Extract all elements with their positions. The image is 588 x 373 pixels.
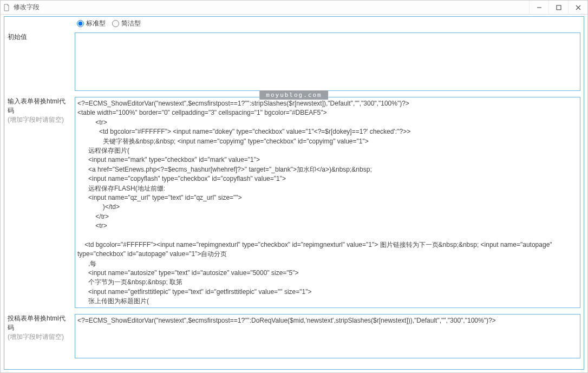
titlebar: 修改字段 — [1, 1, 587, 15]
window-title: 修改字段 — [14, 3, 40, 12]
radio-simple-input[interactable] — [112, 20, 119, 27]
row-type: 标准型 简洁型 — [4, 17, 584, 30]
field-form-table: 标准型 简洁型 初始值 — [4, 17, 584, 362]
minimize-button[interactable] — [529, 1, 548, 14]
post-replace-label: 投稿表单替换html代码 — [8, 315, 66, 331]
initial-textarea[interactable] — [75, 32, 580, 91]
post-replace-textarea[interactable] — [75, 314, 580, 358]
radio-standard[interactable]: 标准型 — [77, 19, 106, 28]
maximize-button[interactable] — [548, 1, 568, 14]
initial-value-cell — [71, 30, 584, 95]
radio-standard-input[interactable] — [77, 20, 84, 27]
input-replace-note: (增加字段时请留空) — [8, 116, 64, 123]
document-icon — [3, 4, 10, 11]
row-initial: 初始值 — [4, 30, 584, 95]
post-replace-note: (增加字段时请留空) — [8, 333, 64, 341]
post-replace-value-cell — [71, 312, 584, 362]
form-frame: 标准型 简洁型 初始值 — [4, 16, 584, 370]
input-replace-textarea[interactable] — [75, 97, 580, 308]
input-replace-value-cell — [71, 95, 584, 312]
type-radio-group: 标准型 简洁型 — [75, 19, 580, 28]
content-area: moyublog.com 标准型 简洁型 — [1, 15, 587, 372]
row-input-replace: 输入表单替换html代码 (增加字段时请留空) — [4, 95, 584, 312]
radio-simple[interactable]: 简洁型 — [112, 19, 141, 28]
app-window: 修改字段 moyublog.com — [0, 0, 588, 373]
radio-standard-label: 标准型 — [86, 19, 106, 28]
initial-label: 初始值 — [4, 30, 71, 95]
input-replace-label: 输入表单替换html代码 — [8, 97, 66, 114]
input-replace-label-cell: 输入表单替换html代码 (增加字段时请留空) — [4, 95, 71, 312]
window-controls — [529, 1, 587, 14]
type-label-cell — [4, 17, 71, 30]
post-replace-label-cell: 投稿表单替换html代码 (增加字段时请留空) — [4, 312, 71, 362]
row-post-replace: 投稿表单替换html代码 (增加字段时请留空) — [4, 312, 584, 362]
close-button[interactable] — [568, 1, 587, 14]
type-value-cell: 标准型 简洁型 — [71, 17, 584, 30]
radio-simple-label: 简洁型 — [121, 19, 141, 28]
svg-rect-1 — [557, 5, 561, 10]
